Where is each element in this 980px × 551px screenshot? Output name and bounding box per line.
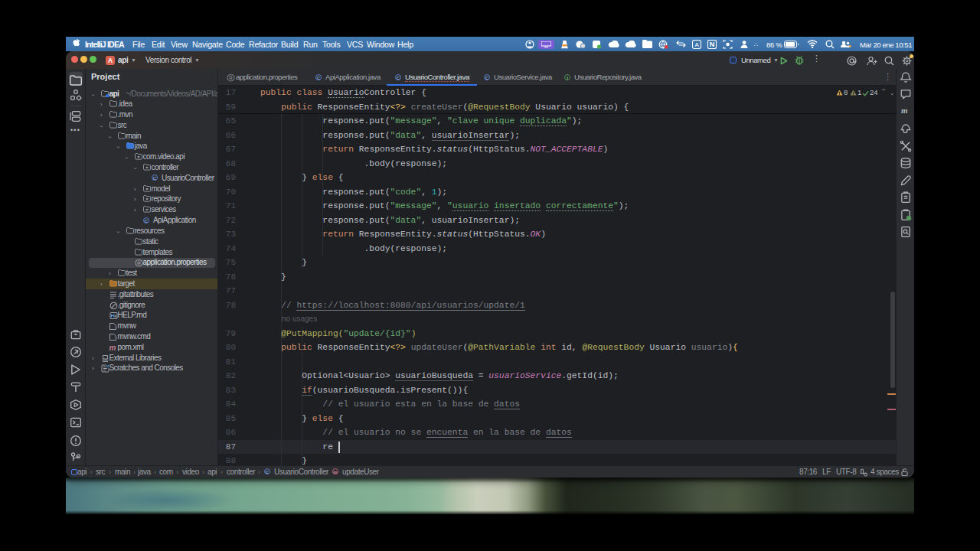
svg-text:N: N <box>710 41 714 48</box>
svg-text:A: A <box>694 41 699 48</box>
